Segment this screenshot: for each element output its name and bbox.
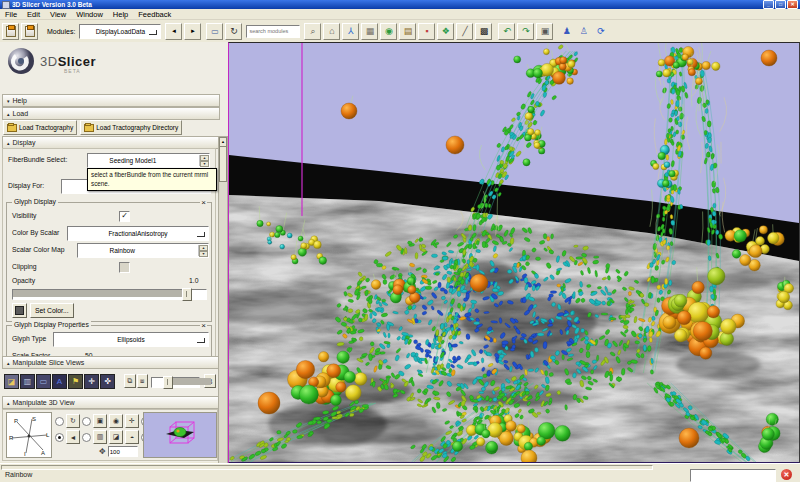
set-color-button[interactable]: Set Color...: [30, 303, 74, 318]
load-scene-button[interactable]: [2, 23, 19, 40]
colors-module-icon[interactable]: ❖: [437, 23, 454, 40]
glyph-display-group: Glyph Display × Visibility ✓ Color By Sc…: [6, 202, 212, 322]
zoom-view-button[interactable]: ✛: [125, 414, 139, 428]
visibility-checkbox[interactable]: ✓: [119, 211, 130, 222]
spin-degrees-input[interactable]: [108, 446, 138, 457]
red-slice-toggle-icon[interactable]: ◪: [4, 374, 19, 389]
3d-viewport[interactable]: [228, 42, 800, 464]
minimize-button[interactable]: _: [763, 0, 774, 9]
center-view-button[interactable]: ▣: [93, 414, 107, 428]
error-indicator-icon[interactable]: ✕: [781, 469, 792, 480]
spinner-icon[interactable]: ▲▼: [198, 245, 208, 256]
view3d-radio[interactable]: [55, 433, 64, 442]
label-opacity-slider[interactable]: [151, 376, 200, 387]
3d-viewport-canvas[interactable]: [229, 43, 799, 462]
scalar-colormap-dropdown[interactable]: Rainbow ▲▼: [77, 243, 209, 258]
close-button[interactable]: ✕: [787, 0, 798, 9]
opacity-slider[interactable]: [12, 288, 207, 299]
load-tractography-button[interactable]: Load Tractography: [3, 120, 77, 135]
perspective-button[interactable]: ◪: [109, 430, 123, 444]
module-search-input[interactable]: [246, 25, 300, 38]
fiberbundle-select-dropdown[interactable]: Seeding Model1 ▲▼: [87, 153, 210, 168]
look-from-axis-button[interactable]: ◉: [109, 414, 123, 428]
orthographic-button[interactable]: ▥: [93, 430, 107, 444]
labelmap-visibility-icon[interactable]: A: [52, 374, 67, 389]
status-message: Rainbow: [5, 471, 32, 478]
yellow-slice-toggle-icon[interactable]: ▥: [20, 374, 35, 389]
navigate-crosshair-icon[interactable]: ✜: [100, 374, 115, 389]
spinner-icon[interactable]: ▲▼: [199, 155, 209, 166]
status-secondary-field: [690, 469, 776, 482]
glyph-type-dropdown[interactable]: Ellipsoids: [53, 332, 209, 347]
module-history-button[interactable]: ▭: [206, 23, 223, 40]
view3d-radio[interactable]: [55, 417, 64, 426]
search-modules-icon[interactable]: ⌕: [304, 23, 321, 40]
data-module-icon[interactable]: ⅄: [342, 23, 359, 40]
navigation-preview[interactable]: [143, 412, 217, 458]
color-swatch-button[interactable]: [12, 303, 27, 318]
depth-peeling-button[interactable]: ◓: [125, 430, 139, 444]
section-load[interactable]: ▴ Load: [2, 107, 220, 120]
scalar-colormap-value: Rainbow: [110, 247, 135, 254]
status-bar: Rainbow ✕: [0, 463, 800, 482]
clipping-checkbox[interactable]: [119, 262, 130, 273]
menu-item-window[interactable]: Window: [71, 10, 108, 19]
plot-module-icon[interactable]: ╱: [456, 23, 473, 40]
load-scene-icon: [6, 26, 16, 37]
close-group-icon[interactable]: ×: [200, 199, 207, 207]
load-tractography-directory-button[interactable]: Load Tractography Directory: [80, 120, 182, 135]
panel-scrollbar[interactable]: ▲: [218, 136, 228, 482]
home-module-icon[interactable]: ⌂: [323, 23, 340, 40]
green-slice-toggle-icon[interactable]: ▭: [36, 374, 51, 389]
spin-view-button[interactable]: ↻: [66, 414, 80, 428]
menu-item-file[interactable]: File: [0, 10, 22, 19]
rock-view-button[interactable]: ◄: [66, 430, 80, 444]
section-3d-view[interactable]: ▴ Manipulate 3D View: [2, 396, 220, 409]
editor-module-icon[interactable]: ▩: [475, 23, 492, 40]
module-next-button[interactable]: ►: [184, 23, 201, 40]
scene-snapshot-icon[interactable]: ♟: [559, 24, 574, 39]
folder-icon: [84, 124, 94, 132]
module-refresh-button[interactable]: ↻: [225, 23, 242, 40]
section-3d-view-label: Manipulate 3D View: [13, 399, 75, 406]
slider-handle[interactable]: [182, 288, 192, 301]
volumes-module-icon[interactable]: ▦: [361, 23, 378, 40]
four-way-arrows-icon[interactable]: ✥: [99, 447, 106, 456]
redo-icon[interactable]: ↷: [517, 23, 534, 40]
menu-item-help[interactable]: Help: [108, 10, 133, 19]
undo-icon[interactable]: ↶: [498, 23, 515, 40]
fiducials-module-icon[interactable]: ▪: [418, 23, 435, 40]
load-buttons-row: Load Tractography Load Tractography Dire…: [3, 120, 182, 135]
view3d-panel: P S R L I A ↻▣◉✛▨ ◄▥◪◓⊡ ✥: [2, 409, 218, 461]
section-help[interactable]: ▾ Help: [2, 94, 220, 107]
dropdown-mark-icon: [197, 338, 205, 343]
menu-item-edit[interactable]: Edit: [22, 10, 45, 19]
link-slices-button[interactable]: ⧈: [137, 374, 149, 388]
section-slice-views[interactable]: ▴ Manipulate Slice Views: [2, 356, 220, 369]
restore-snapshot-icon[interactable]: ♙: [576, 24, 591, 39]
scrollbar-thumb[interactable]: [219, 146, 227, 182]
view-orientation-compass[interactable]: P S R L I A: [6, 412, 52, 458]
color-by-scalar-dropdown[interactable]: FractionalAnisotropy: [67, 226, 209, 241]
screen-capture-icon[interactable]: ▣: [536, 23, 553, 40]
fiberbundle-tooltip: select a fiberBundle from the current mr…: [87, 168, 217, 191]
folder-icon: [7, 124, 17, 132]
module-prev-button[interactable]: ◄: [165, 23, 182, 40]
models-module-icon[interactable]: ◉: [380, 23, 397, 40]
transforms-module-icon[interactable]: ▤: [399, 23, 416, 40]
set-color-row: Set Color...: [12, 303, 74, 318]
slider-handle[interactable]: [163, 376, 173, 389]
modules-dropdown[interactable]: DisplayLoadData: [79, 24, 161, 39]
import-scene-button[interactable]: [21, 23, 38, 40]
view3d-radio[interactable]: [82, 417, 91, 426]
sync-view-icon[interactable]: ⟳: [593, 24, 608, 39]
opacity-label: Opacity: [12, 277, 35, 284]
maximize-button[interactable]: □: [775, 0, 786, 9]
fit-slices-button[interactable]: ⧉: [124, 374, 136, 388]
menu-item-view[interactable]: View: [45, 10, 71, 19]
close-group-icon[interactable]: ×: [200, 322, 207, 330]
menu-item-feedback[interactable]: Feedback: [133, 10, 176, 19]
view3d-radio[interactable]: [82, 433, 91, 442]
crosshair-icon[interactable]: ✛: [84, 374, 99, 389]
annotation-visibility-icon[interactable]: ⚑: [68, 374, 83, 389]
